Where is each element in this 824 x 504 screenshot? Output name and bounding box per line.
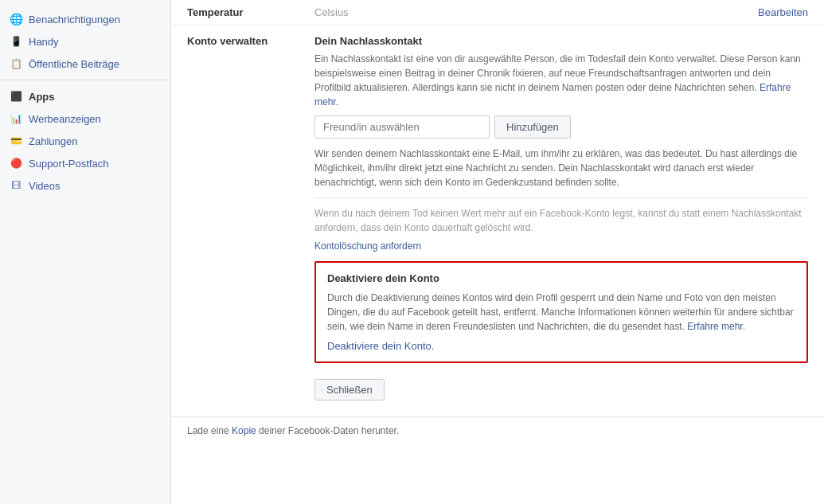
- sidebar: 🌐 Benachrichtigungen 📱 Handy 📋 Öffentlic…: [0, 0, 171, 504]
- konto-label: Konto verwalten: [187, 35, 314, 47]
- friend-input-row: Hinzufügen: [314, 115, 808, 139]
- konto-description: Ein Nachlasskontakt ist eine von dir aus…: [314, 52, 808, 109]
- deactivate-title: Deaktiviere dein Konto: [327, 272, 795, 284]
- footer-text-before: Lade eine: [187, 425, 229, 436]
- sidebar-item-handy[interactable]: 📱 Handy: [0, 30, 170, 53]
- sidebar-item-oeffentliche-beitraege[interactable]: 📋 Öffentliche Beiträge: [0, 53, 170, 75]
- sidebar-item-label: Zahlungen: [29, 135, 77, 147]
- phone-icon: 📱: [10, 35, 22, 48]
- add-friend-button[interactable]: Hinzufügen: [494, 115, 571, 139]
- footer-copy-link[interactable]: Kopie: [232, 425, 256, 436]
- sidebar-divider: [0, 80, 170, 80]
- konto-info-text: Wir senden deinem Nachlasskontakt eine E…: [314, 147, 808, 189]
- sidebar-item-werbeanzeigen[interactable]: 📊 Werbeanzeigen: [0, 107, 170, 130]
- konto-title-row: Konto verwalten Dein Nachlasskontakt Ein…: [187, 35, 808, 400]
- ads-icon: 📊: [10, 112, 22, 125]
- sidebar-item-videos[interactable]: 🎞 Videos: [0, 174, 170, 197]
- temperature-row: Temperatur Celsius Bearbeiten: [171, 0, 824, 25]
- sidebar-item-zahlungen[interactable]: 💳 Zahlungen: [0, 130, 170, 152]
- temperature-value: Celsius: [314, 6, 758, 18]
- videos-icon: 🎞: [10, 179, 22, 192]
- sidebar-item-label: Support-Postfach: [29, 158, 108, 170]
- sidebar-item-label: Werbeanzeigen: [29, 113, 101, 125]
- konto-content: Dein Nachlasskontakt Ein Nachlasskontakt…: [314, 35, 808, 400]
- section-divider: [314, 197, 808, 198]
- apps-icon: ⬛: [10, 90, 22, 103]
- public-icon: 📋: [10, 57, 22, 70]
- konto-section: Konto verwalten Dein Nachlasskontakt Ein…: [171, 25, 824, 416]
- main-content: Temperatur Celsius Bearbeiten Konto verw…: [171, 0, 824, 504]
- globe-icon: 🌐: [10, 13, 22, 25]
- temperature-edit-button[interactable]: Bearbeiten: [758, 6, 808, 18]
- footer-text-after: deiner Facebook-Daten herunter.: [259, 425, 399, 436]
- sidebar-item-label: Öffentliche Beiträge: [29, 58, 119, 70]
- deactivate-box: Deaktiviere dein Konto Durch die Deaktiv…: [314, 261, 808, 363]
- sidebar-item-apps[interactable]: ⬛ Apps: [0, 85, 170, 107]
- learn-more-link-2[interactable]: Erfahre mehr: [687, 321, 742, 332]
- payments-icon: 💳: [10, 135, 22, 147]
- deactivate-account-link[interactable]: Deaktiviere dein Konto.: [327, 340, 434, 352]
- sidebar-item-benachrichtigungen[interactable]: 🌐 Benachrichtigungen: [0, 8, 170, 30]
- konto-heading: Dein Nachlasskontakt: [314, 35, 808, 47]
- sidebar-item-support-postfach[interactable]: 🔴 Support-Postfach: [0, 152, 170, 174]
- sidebar-item-label: Benachrichtigungen: [29, 14, 120, 25]
- bottom-footer: Lade eine Kopie deiner Facebook-Daten he…: [171, 416, 824, 444]
- kontoloesung-link[interactable]: Kontolöschung anfordern: [314, 240, 421, 252]
- sidebar-item-label: Apps: [29, 91, 55, 103]
- konto-secondary-text: Wenn du nach deinem Tod keinen Wert mehr…: [314, 206, 808, 235]
- close-button[interactable]: Schließen: [314, 379, 385, 400]
- temperature-label: Temperatur: [187, 6, 314, 18]
- sidebar-item-label: Handy: [29, 36, 59, 48]
- friend-input[interactable]: [314, 115, 490, 139]
- support-icon: 🔴: [10, 157, 22, 170]
- deactivate-description: Durch die Deaktivierung deines Kontos wi…: [327, 291, 795, 334]
- sidebar-item-label: Videos: [29, 180, 61, 192]
